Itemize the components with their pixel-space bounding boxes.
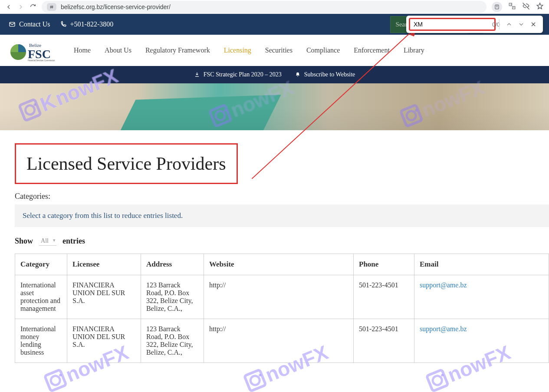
cell: International asset protection and manag… bbox=[15, 275, 67, 319]
translate-icon[interactable]: 文A bbox=[508, 2, 516, 12]
table-row: International money lending businessFINA… bbox=[15, 319, 549, 363]
site-logo[interactable]: Belize FSC Financial Services Commission bbox=[9, 39, 56, 62]
readmode-icon[interactable] bbox=[492, 2, 502, 12]
entries-select-value: All bbox=[41, 237, 49, 244]
col-header-website[interactable]: Website bbox=[204, 254, 354, 275]
find-prev-button[interactable] bbox=[503, 21, 515, 28]
strategic-plan-link[interactable]: FSC Strategic Plan 2020 – 2023 bbox=[194, 71, 282, 78]
show-label: Show bbox=[15, 237, 33, 246]
phone-number: +501-822-3800 bbox=[70, 20, 114, 28]
reload-button[interactable] bbox=[30, 3, 36, 10]
svg-text:文: 文 bbox=[510, 3, 512, 5]
svg-text:A: A bbox=[513, 7, 514, 9]
page-title-highlight: Licensed Service Providers bbox=[15, 143, 238, 184]
main-nav: Belize FSC Financial Services Commission… bbox=[0, 35, 549, 66]
cell: FINANCIERA UNION DEL SUR S.A. bbox=[67, 275, 141, 319]
col-header-licensee[interactable]: Licensee bbox=[67, 254, 141, 275]
col-header-email[interactable]: Email bbox=[414, 254, 549, 275]
providers-table: CategoryLicenseeAddressWebsitePhoneEmail… bbox=[15, 254, 549, 363]
nav-licensing[interactable]: Licensing bbox=[224, 46, 251, 54]
page-content: Licensed Service Providers Categories: S… bbox=[0, 130, 549, 380]
cell: 501-223-4501 bbox=[354, 275, 414, 319]
email-link[interactable]: support@ame.bz bbox=[420, 281, 467, 289]
nav-regulatory-framework[interactable]: Regulatory Framework bbox=[145, 46, 210, 54]
phone-icon bbox=[60, 21, 67, 28]
cell: 123 Barrack Road, P.O. Box 322, Belize C… bbox=[141, 319, 204, 363]
find-next-button[interactable] bbox=[515, 21, 527, 28]
hero-banner bbox=[0, 83, 549, 130]
nav-enforcement[interactable]: Enforcement bbox=[354, 46, 390, 54]
email-link[interactable]: support@ame.bz bbox=[420, 325, 467, 333]
url-text: belizefsc.org.bz/license-service-provide… bbox=[61, 3, 171, 10]
entries-select[interactable]: All bbox=[39, 237, 56, 246]
find-close-button[interactable] bbox=[527, 21, 539, 28]
back-button[interactable] bbox=[5, 3, 12, 10]
category-select-placeholder: Select a category from this list to redu… bbox=[23, 211, 183, 220]
categories-label: Categories: bbox=[15, 192, 549, 201]
download-icon bbox=[194, 72, 200, 78]
find-in-page-bar: 0/0 bbox=[406, 16, 543, 33]
col-header-address[interactable]: Address bbox=[141, 254, 204, 275]
bell-icon bbox=[295, 72, 301, 78]
cell: International money lending business bbox=[15, 319, 67, 363]
cell: support@ame.bz bbox=[414, 319, 549, 363]
cell: 501-223-4501 bbox=[354, 319, 414, 363]
contact-us-label: Contact Us bbox=[19, 20, 50, 28]
nav-securities[interactable]: Securities bbox=[265, 46, 293, 54]
page-title: Licensed Service Providers bbox=[26, 153, 226, 174]
incognito-icon[interactable] bbox=[522, 2, 530, 12]
nav-home[interactable]: Home bbox=[74, 46, 91, 54]
phone-link[interactable]: +501-822-3800 bbox=[60, 20, 114, 28]
address-bar[interactable]: belizefsc.org.bz/license-service-provide… bbox=[42, 1, 487, 13]
svg-text:Financial Services Commission: Financial Services Commission bbox=[28, 59, 55, 62]
bookmark-icon[interactable] bbox=[536, 2, 544, 12]
entries-label: entries bbox=[62, 237, 85, 246]
nav-about-us[interactable]: About Us bbox=[105, 46, 131, 54]
forward-button[interactable] bbox=[17, 3, 24, 10]
col-header-phone[interactable]: Phone bbox=[354, 254, 414, 275]
browser-toolbar: belizefsc.org.bz/license-service-provide… bbox=[0, 0, 549, 14]
cell: http:// bbox=[204, 319, 354, 363]
nav-compliance[interactable]: Compliance bbox=[306, 46, 340, 54]
table-row: International asset protection and manag… bbox=[15, 275, 549, 319]
entries-control: Show All entries bbox=[15, 237, 549, 246]
cell: FINANCIERA UNION DEL SUR S.A. bbox=[67, 319, 141, 363]
cell: 123 Barrack Road, P.O. Box 322, Belize C… bbox=[141, 275, 204, 319]
divider bbox=[499, 19, 500, 30]
nav-library[interactable]: Library bbox=[404, 46, 424, 54]
sub-nav-bar: FSC Strategic Plan 2020 – 2023 Subscribe… bbox=[0, 66, 549, 83]
subscribe-link[interactable]: Subscribe to Website bbox=[295, 71, 355, 78]
cell: support@ame.bz bbox=[414, 275, 549, 319]
category-select[interactable]: Select a category from this list to redu… bbox=[15, 204, 549, 227]
col-header-category[interactable]: Category bbox=[15, 254, 67, 275]
find-input[interactable] bbox=[414, 21, 490, 28]
envelope-icon bbox=[9, 21, 16, 28]
site-info-icon[interactable] bbox=[47, 3, 56, 11]
cell: http:// bbox=[204, 275, 354, 319]
subscribe-label: Subscribe to Website bbox=[304, 71, 355, 78]
strategic-plan-label: FSC Strategic Plan 2020 – 2023 bbox=[204, 71, 282, 78]
svg-text:FSC: FSC bbox=[28, 47, 51, 61]
find-input-highlight: 0/0 bbox=[409, 18, 496, 31]
contact-us-link[interactable]: Contact Us bbox=[9, 20, 50, 28]
